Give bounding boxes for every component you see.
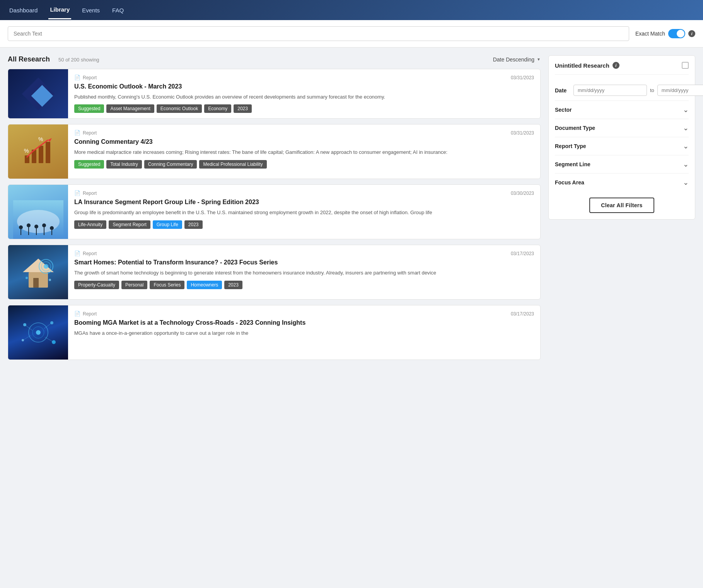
- doc-icon-5: 📄: [74, 311, 80, 317]
- svg-marker-6: [48, 138, 52, 142]
- card-2-meta: 📄 Report 03/31/2023: [74, 130, 534, 136]
- card-2[interactable]: % % 📄 Report 03/31/2023 Conning Commenta…: [8, 124, 541, 179]
- doc-icon-3: 📄: [74, 190, 80, 196]
- tag-property-casualty[interactable]: Property-Casualty: [74, 281, 119, 289]
- filter-sector[interactable]: Sector ⌄: [555, 101, 689, 119]
- tag-segment-report[interactable]: Segment Report: [109, 220, 150, 229]
- card-2-thumb-art: % %: [8, 124, 68, 179]
- card-5-thumb-art: [8, 305, 68, 360]
- svg-line-36: [45, 337, 54, 342]
- tag-economic-outlook[interactable]: Economic Outlook: [157, 104, 202, 113]
- svg-point-9: [19, 225, 23, 229]
- card-5-thumb: [8, 305, 68, 360]
- date-to-input[interactable]: [657, 85, 703, 96]
- card-3[interactable]: 📄 Report 03/30/2023 LA Insurance Segment…: [8, 184, 541, 239]
- tag-asset-management[interactable]: Asset Management: [106, 104, 154, 113]
- tag-personal[interactable]: Personal: [121, 281, 147, 289]
- card-4-desc: The growth of smart home technology is b…: [74, 269, 534, 277]
- filter-focus-area[interactable]: Focus Area ⌄: [555, 174, 689, 191]
- sidebar-info-icon[interactable]: i: [613, 62, 619, 69]
- card-5-type: Report: [83, 311, 97, 317]
- filter-document-type-caret-icon: ⌄: [683, 124, 689, 132]
- tag-total-industry[interactable]: Total Industry: [106, 160, 142, 169]
- date-filter-label: Date: [555, 87, 570, 94]
- svg-point-8: [17, 210, 60, 233]
- nav-faq[interactable]: FAQ: [111, 2, 125, 19]
- card-4-date: 03/17/2023: [511, 251, 534, 256]
- date-filter-row: Date to: [555, 80, 689, 101]
- results-section: All Research 50 of 200 showing Date Desc…: [8, 55, 541, 365]
- tag-economy[interactable]: Economy: [204, 104, 231, 113]
- exact-match-wrap: Exact Match i: [635, 29, 695, 38]
- filter-report-type[interactable]: Report Type ⌄: [555, 137, 689, 155]
- filter-document-type-label: Document Type: [555, 125, 595, 131]
- date-to-label: to: [650, 87, 654, 93]
- card-2-date: 03/31/2023: [511, 130, 534, 136]
- doc-icon-2: 📄: [74, 130, 80, 136]
- exact-match-info-icon[interactable]: i: [688, 30, 695, 37]
- card-1-tags: Suggested Asset Management Economic Outl…: [74, 104, 534, 113]
- svg-text:%: %: [24, 148, 29, 154]
- tag-2023-4[interactable]: 2023: [224, 281, 242, 289]
- card-2-type: Report: [83, 130, 97, 136]
- clear-all-filters-button[interactable]: Clear All Filters: [589, 198, 654, 213]
- tag-medical-professional[interactable]: Medical Professional Liability: [199, 160, 266, 169]
- tag-focus-series[interactable]: Focus Series: [150, 281, 184, 289]
- card-5-title[interactable]: Booming MGA Market is at a Technology Cr…: [74, 319, 534, 327]
- card-4-meta: 📄 Report 03/17/2023: [74, 251, 534, 256]
- doc-icon: 📄: [74, 75, 80, 80]
- tag-suggested[interactable]: Suggested: [74, 104, 104, 113]
- svg-point-37: [36, 330, 41, 335]
- card-5-desc: MGAs have a once-in-a-generation opportu…: [74, 329, 534, 337]
- card-5[interactable]: 📄 Report 03/17/2023 Booming MGA Market i…: [8, 305, 541, 360]
- svg-point-25: [26, 277, 28, 279]
- card-3-thumb: [8, 185, 68, 239]
- sort-dropdown[interactable]: Date Descending ▼: [493, 56, 541, 63]
- card-2-body: 📄 Report 03/31/2023 Conning Commentary 4…: [68, 124, 540, 179]
- tag-group-life[interactable]: Group Life: [153, 220, 182, 229]
- tag-life-annuity[interactable]: Life-Annuity: [74, 220, 106, 229]
- card-3-tags: Life-Annuity Segment Report Group Life 2…: [74, 220, 534, 229]
- card-1-date: 03/31/2023: [511, 75, 534, 80]
- card-4-title[interactable]: Smart Homes: Potential to Transform Insu…: [74, 259, 534, 267]
- card-2-title[interactable]: Conning Commentary 4/23: [74, 138, 534, 146]
- tag-suggested-2[interactable]: Suggested: [74, 160, 104, 169]
- tag-2023[interactable]: 2023: [234, 104, 252, 113]
- nav-library[interactable]: Library: [48, 1, 71, 19]
- tag-homeowners[interactable]: Homeowners: [187, 281, 222, 289]
- svg-rect-3: [46, 142, 50, 163]
- filter-document-type[interactable]: Document Type ⌄: [555, 119, 689, 137]
- card-2-tags: Suggested Total Industry Conning Comment…: [74, 160, 534, 169]
- filter-sector-caret-icon: ⌄: [683, 106, 689, 114]
- svg-text:%: %: [38, 136, 43, 142]
- sidebar-card: Unintitled Research i Date to Sector ⌄ D…: [548, 55, 695, 220]
- sidebar-top: Unintitled Research i: [555, 62, 689, 75]
- svg-point-11: [27, 223, 31, 227]
- filter-segment-line[interactable]: Segment Line ⌄: [555, 155, 689, 174]
- tag-2023-3[interactable]: 2023: [184, 220, 203, 229]
- svg-rect-2: [39, 146, 43, 163]
- nav-dashboard[interactable]: Dashboard: [8, 2, 39, 19]
- date-from-input[interactable]: [573, 85, 647, 96]
- card-1-type: Report: [83, 75, 97, 80]
- card-5-body: 📄 Report 03/17/2023 Booming MGA Market i…: [68, 305, 540, 360]
- card-1[interactable]: 📄 Report 03/31/2023 U.S. Economic Outloo…: [8, 69, 541, 119]
- card-4[interactable]: 📄 Report 03/17/2023 Smart Homes: Potenti…: [8, 245, 541, 300]
- card-3-title[interactable]: LA Insurance Segment Report Group Life -…: [74, 198, 534, 206]
- nav-events[interactable]: Events: [80, 2, 101, 19]
- filter-focus-area-caret-icon: ⌄: [683, 178, 689, 187]
- card-2-thumb: % %: [8, 124, 68, 179]
- svg-line-35: [23, 336, 31, 340]
- card-1-title[interactable]: U.S. Economic Outlook - March 2023: [74, 83, 534, 91]
- sidebar-title: Unintitled Research: [555, 62, 609, 69]
- tag-conning-commentary[interactable]: Conning Commentary: [144, 160, 197, 169]
- svg-point-15: [42, 223, 46, 227]
- filter-focus-area-label: Focus Area: [555, 179, 584, 186]
- exact-match-toggle[interactable]: [668, 29, 685, 38]
- card-4-thumb: [8, 245, 68, 299]
- sort-caret-icon: ▼: [537, 57, 541, 61]
- card-1-thumb: [8, 69, 68, 118]
- search-input[interactable]: [14, 31, 623, 37]
- unintitled-checkbox[interactable]: [682, 62, 689, 69]
- sidebar-title-row: Unintitled Research i: [555, 62, 619, 69]
